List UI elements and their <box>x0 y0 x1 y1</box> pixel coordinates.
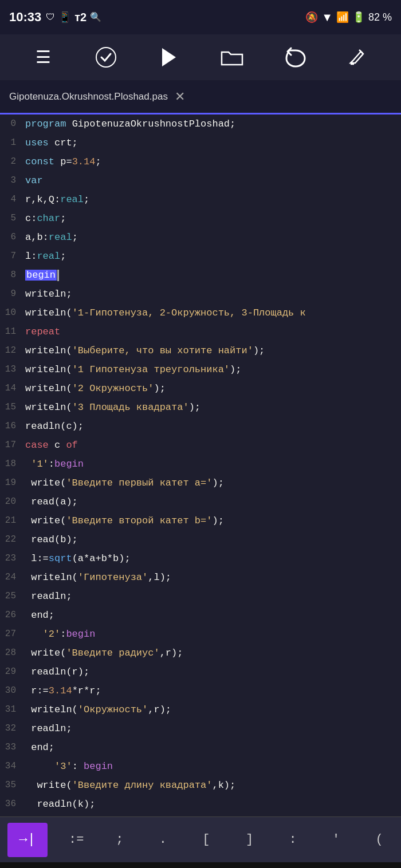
code-line-27: 27 '2':begin <box>0 625 401 644</box>
status-bar: 10:33 🛡 📱 т2 🔍 🔕 ▼ 📶 🔋 82 % <box>0 0 401 34</box>
code-line-26: 26 end; <box>0 606 401 625</box>
semicolon-button[interactable]: ; <box>105 833 134 847</box>
code-line-10: 10 writeln('1-Гипотенуза, 2-Окружность, … <box>0 303 401 322</box>
code-line-36: 36 readln(k); <box>0 795 401 814</box>
menu-icon: ☰ <box>36 47 51 68</box>
open-paren-button[interactable]: ( <box>365 833 394 847</box>
toolbar: ☰ <box>0 34 401 80</box>
code-line-32: 32 readln; <box>0 719 401 738</box>
search-icon: 🔍 <box>90 11 101 23</box>
edit-icon <box>348 47 368 68</box>
code-line-7: 7 l:real; <box>0 247 401 266</box>
code-line-12: 12 writeln('Выберите, что вы хотите найт… <box>0 341 401 360</box>
battery-icon: 🔋 <box>352 11 365 23</box>
status-time: 10:33 <box>9 10 41 25</box>
code-line-33: 33 end; <box>0 738 401 757</box>
code-line-13: 13 writeln('1 Гипотенуза треугольника'); <box>0 360 401 379</box>
check-icon <box>96 47 116 68</box>
code-line-34: 34 '3': begin <box>0 757 401 776</box>
nav-bar: ‹ <box>0 862 401 868</box>
code-line-3: 3 var <box>0 171 401 190</box>
tab-name: Gipotenuza.Okrushnost.Ploshad.pas <box>9 91 168 102</box>
undo-button[interactable] <box>281 43 309 72</box>
code-line-2: 2 const p=3.14; <box>0 152 401 171</box>
code-line-6: 6 a,b:real; <box>0 228 401 247</box>
code-line-28: 28 write('Введите радиус',r); <box>0 644 401 662</box>
code-line-30: 30 r:=3.14*r*r; <box>0 681 401 700</box>
code-editor[interactable]: 0 program GipotenuzaOkrushnostPloshad; 1… <box>0 115 401 816</box>
code-line-24: 24 writeln('Гипотенуза',l); <box>0 568 401 587</box>
edit-button[interactable] <box>344 43 372 72</box>
code-line-19: 19 write('Введите первый катет a='); <box>0 474 401 492</box>
svg-point-0 <box>96 48 116 67</box>
undo-icon <box>284 47 306 68</box>
tab-indent-button[interactable]: →| <box>7 823 48 857</box>
code-line-4: 4 r,k,Q:real; <box>0 190 401 209</box>
menu-button[interactable]: ☰ <box>29 43 57 72</box>
code-line-5: 5 c:char; <box>0 209 401 228</box>
code-line-17: 17 case c of <box>0 436 401 455</box>
carrier-label: т2 <box>74 11 87 24</box>
mute-icon: 🔕 <box>305 11 318 23</box>
play-button[interactable] <box>155 43 183 72</box>
code-line-22: 22 read(b); <box>0 530 401 549</box>
code-line-15: 15 writeln('3 Площадь квадрата'); <box>0 398 401 417</box>
shield-icon: 🛡 <box>46 12 55 23</box>
code-line-1: 1 uses crt; <box>0 133 401 152</box>
code-line-14: 14 writeln('2 Окружность'); <box>0 379 401 398</box>
tab-close-button[interactable]: ✕ <box>175 89 185 104</box>
folder-icon <box>221 48 243 67</box>
code-line-18: 18 '1':begin <box>0 455 401 474</box>
dot-button[interactable]: . <box>148 833 177 847</box>
check-button[interactable] <box>92 43 120 72</box>
code-line-20: 20 read(a); <box>0 492 401 511</box>
play-icon <box>160 47 178 68</box>
svg-marker-1 <box>162 48 176 66</box>
code-line-31: 31 writeln('Окружность',r); <box>0 700 401 719</box>
code-line-8: 8 begin <box>0 266 401 285</box>
signal-icon: 📶 <box>336 11 349 23</box>
folder-button[interactable] <box>218 43 246 72</box>
sim-icon: 📱 <box>58 11 71 23</box>
code-line-21: 21 write('Введите второй катет b='); <box>0 511 401 530</box>
active-tab[interactable]: Gipotenuza.Okrushnost.Ploshad.pas ✕ <box>0 80 194 113</box>
assign-button[interactable]: := <box>62 833 91 847</box>
code-line-35: 35 write('Введите длину квадрата',k); <box>0 776 401 795</box>
code-line-37: 37 k:=Q*Q; <box>0 814 401 816</box>
colon-button[interactable]: : <box>278 833 307 847</box>
code-line-16: 16 readln(c); <box>0 417 401 436</box>
keyboard-bar: →| := ; . [ ] : ' ( <box>0 816 401 862</box>
code-line-23: 23 l:=sqrt(a*a+b*b); <box>0 549 401 568</box>
code-line-11: 11 repeat <box>0 322 401 341</box>
tab-bar: Gipotenuza.Okrushnost.Ploshad.pas ✕ <box>0 80 401 115</box>
battery-label: 82 % <box>368 11 392 23</box>
wifi-icon: ▼ <box>321 11 333 24</box>
close-bracket-button[interactable]: ] <box>235 833 264 847</box>
quote-button[interactable]: ' <box>322 833 351 847</box>
code-line-25: 25 readln; <box>0 587 401 606</box>
code-line-0: 0 program GipotenuzaOkrushnostPloshad; <box>0 115 401 133</box>
code-line-9: 9 writeln; <box>0 285 401 303</box>
code-line-29: 29 readln(r); <box>0 662 401 681</box>
open-bracket-button[interactable]: [ <box>192 833 221 847</box>
